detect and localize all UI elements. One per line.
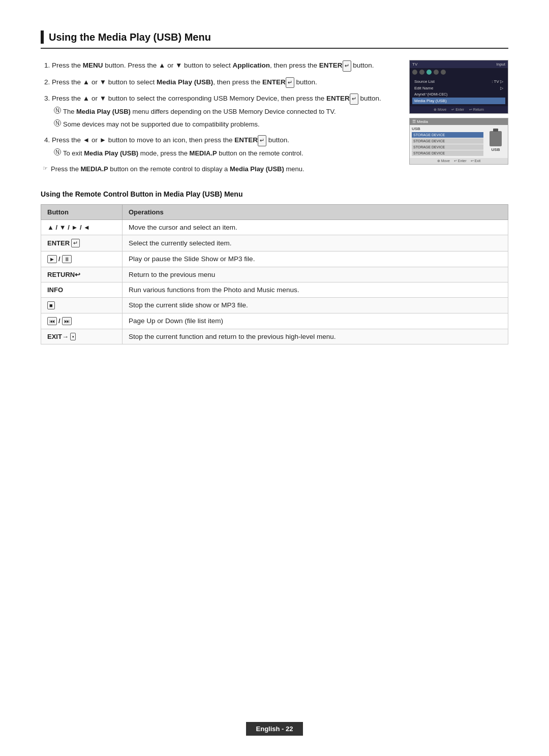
button-arrows: ▲ / ▼ / ► / ◄ xyxy=(41,219,123,235)
tv-screen-2-header: ☰ Media xyxy=(410,118,508,125)
table-col-button: Button xyxy=(41,204,123,219)
usb-label: USB xyxy=(492,147,500,152)
table-col-operations: Operations xyxy=(123,204,508,219)
instructions-panel: Press the MENU button. Press the ▲ or ▼ … xyxy=(41,60,394,175)
sub-note-text: Press the MEDIA.P button on the remote c… xyxy=(51,164,304,175)
tv-screen-2-body: USB STORAGE DEVICE STORAGE DEVICE STORAG… xyxy=(410,125,508,158)
note-icon-1: N xyxy=(54,107,61,114)
section-heading: Using the Media Play (USB) Menu xyxy=(41,30,508,49)
usb-device-2: STORAGE DEVICE xyxy=(412,138,483,144)
note-text-2: Some devices may not be supported due to… xyxy=(63,119,260,130)
table-row: EXIT→▪ Stop the current function and ret… xyxy=(41,329,508,344)
operation-info: Run various functions from the Photo and… xyxy=(123,282,508,297)
button-exit: EXIT→▪ xyxy=(41,329,123,344)
tv-icon-circle-4 xyxy=(434,70,439,75)
tv-menu-anynet: Anynet⁺(HDMI-CEC) xyxy=(412,91,505,98)
table-row: ■ Stop the current slide show or MP3 fil… xyxy=(41,297,508,313)
tv-icon-circle-2 xyxy=(419,70,424,75)
page-title: Using the Media Play (USB) Menu xyxy=(49,32,211,43)
table-row: INFO Run various functions from the Phot… xyxy=(41,282,508,297)
sub-note-icon: ☞ xyxy=(43,164,48,173)
tv-icon-row xyxy=(410,68,508,76)
note-icon-3: N xyxy=(54,148,61,155)
instruction-step-3: Press the ▲ or ▼ button to select the co… xyxy=(52,93,394,130)
tv-icon-circle-5 xyxy=(441,70,446,75)
table-row: RETURN↩ Return to the previous menu xyxy=(41,267,508,282)
instruction-step-1: Press the MENU button. Press the ▲ or ▼ … xyxy=(52,60,394,72)
table-row: ▲ / ▼ / ► / ◄ Move the cursor and select… xyxy=(41,219,508,235)
operation-arrows: Move the cursor and select an item. xyxy=(123,219,508,235)
operation-stop: Stop the current slide show or MP3 file. xyxy=(123,297,508,313)
table-row: ► / ⏸ Play or pause the Slide Show or MP… xyxy=(41,251,508,267)
table-row: ENTER↵ Select the currently selected ite… xyxy=(41,235,508,251)
tv-label: TV xyxy=(412,62,417,67)
screen-images-panel: TV Input Source List: TV ▷ Edit Name▷ xyxy=(409,60,508,175)
page-container: Using the Media Play (USB) Menu Press th… xyxy=(0,0,549,385)
tv-menu-source-list: Source List: TV ▷ xyxy=(412,78,505,85)
operation-exit: Stop the current function and return to … xyxy=(123,329,508,344)
operation-return: Return to the previous menu xyxy=(123,267,508,282)
usb-device-1: STORAGE DEVICE xyxy=(412,132,483,138)
note-icon-2: N xyxy=(54,119,61,127)
button-info: INFO xyxy=(41,282,123,297)
stop-symbol: ■ xyxy=(47,301,55,309)
tv-screen-1: TV Input Source List: TV ▷ Edit Name▷ xyxy=(409,60,508,114)
exit-symbol: EXIT→▪ xyxy=(47,333,76,340)
note-3: N To exit Media Play (USB) mode, press t… xyxy=(54,148,394,159)
sub-note-media: ☞ Press the MEDIA.P button on the remote… xyxy=(43,164,394,175)
remote-control-table: Button Operations ▲ / ▼ / ► / ◄ Move the… xyxy=(41,204,508,344)
operation-play-pause: Play or pause the Slide Show or MP3 file… xyxy=(123,251,508,267)
tv-menu-media-play: Media Play (USB) xyxy=(412,98,505,104)
note-2: N Some devices may not be supported due … xyxy=(54,119,394,130)
usb-device-4: STORAGE DEVICE xyxy=(412,150,483,156)
table-section: Using the Remote Control Button in Media… xyxy=(41,190,508,344)
table-header-row: Button Operations xyxy=(41,204,508,219)
return-symbol: RETURN↩ xyxy=(47,271,80,278)
note-1: N The Media Play (USB) menu differs depe… xyxy=(54,107,394,117)
heading-bar-decoration xyxy=(41,30,44,44)
tv-icon-circle-3 xyxy=(426,70,432,75)
tv-screen-1-header: TV Input xyxy=(410,60,508,68)
usb-device-3: STORAGE DEVICE xyxy=(412,144,483,150)
button-stop: ■ xyxy=(41,297,123,313)
play-pause-symbol: ► / ⏸ xyxy=(47,255,72,263)
tv-screen-2-footer: ⊕ Move ↵ Enter ↩ Exit xyxy=(410,158,508,164)
skip-symbol: ⏮ / ⏭ xyxy=(47,317,72,325)
button-play-pause: ► / ⏸ xyxy=(41,251,123,267)
enter-symbol: ENTER↵ xyxy=(47,239,80,247)
note-text-3: To exit Media Play (USB) mode, press the… xyxy=(63,148,303,159)
table-row: ⏮ / ⏭ Page Up or Down (file list item) xyxy=(41,313,508,329)
button-skip: ⏮ / ⏭ xyxy=(41,313,123,329)
footer-badge: English - 22 xyxy=(246,722,303,736)
instruction-step-4: Press the ◄ or ► button to move to an ic… xyxy=(52,135,394,159)
note-text-1: The Media Play (USB) menu differs depend… xyxy=(63,107,336,117)
subsection-heading: Using the Remote Control Button in Media… xyxy=(41,190,508,198)
button-enter: ENTER↵ xyxy=(41,235,123,251)
arrows-symbol: ▲ / ▼ / ► / ◄ xyxy=(47,224,90,231)
operation-skip: Page Up or Down (file list item) xyxy=(123,313,508,329)
instruction-step-2: Press the ▲ or ▼ button to select Media … xyxy=(52,77,394,88)
tv-screen-1-body: Source List: TV ▷ Edit Name▷ Anynet⁺(HDM… xyxy=(410,76,508,106)
button-return: RETURN↩ xyxy=(41,267,123,282)
usb-device-list: USB STORAGE DEVICE STORAGE DEVICE STORAG… xyxy=(412,127,483,156)
tv-screen-1-footer: ⊕ Move ↵ Enter ↩ Return xyxy=(410,106,508,113)
page-footer: English - 22 xyxy=(0,722,549,736)
usb-icon-area: USB xyxy=(485,127,506,156)
main-layout: Press the MENU button. Press the ▲ or ▼ … xyxy=(41,60,508,175)
tv-icon-circle-1 xyxy=(412,70,417,75)
tv-menu-edit-name: Edit Name▷ xyxy=(412,85,505,91)
usb-plug-icon xyxy=(490,131,502,146)
info-symbol: INFO xyxy=(47,286,63,294)
input-label: Input xyxy=(496,62,505,67)
tv-screen-2: ☰ Media USB STORAGE DEVICE STORAGE DEVIC… xyxy=(409,118,508,165)
operation-enter: Select the currently selected item. xyxy=(123,235,508,251)
